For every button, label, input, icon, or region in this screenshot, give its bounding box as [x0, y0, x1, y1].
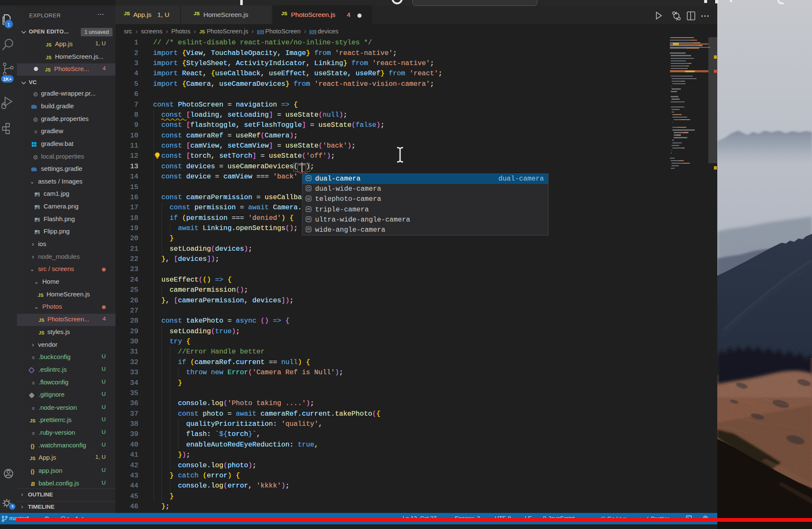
- svg-text:1K+: 1K+: [3, 77, 12, 82]
- svg-text:1: 1: [7, 22, 10, 27]
